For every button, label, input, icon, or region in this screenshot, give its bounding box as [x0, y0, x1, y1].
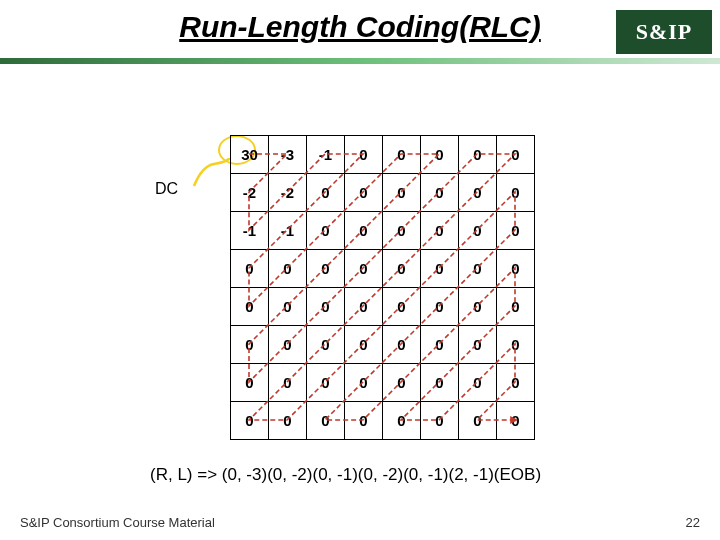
- cell-4-2: 0: [307, 288, 345, 326]
- cell-3-6: 0: [459, 250, 497, 288]
- cell-3-7: 0: [497, 250, 535, 288]
- cell-2-7: 0: [497, 212, 535, 250]
- cell-0-7: 0: [497, 136, 535, 174]
- cell-3-3: 0: [345, 250, 383, 288]
- cell-1-4: 0: [383, 174, 421, 212]
- page-title: Run-Length Coding(RLC): [179, 10, 541, 43]
- cell-4-5: 0: [421, 288, 459, 326]
- cell-2-3: 0: [345, 212, 383, 250]
- cell-0-4: 0: [383, 136, 421, 174]
- cell-1-5: 0: [421, 174, 459, 212]
- logo-text: S&IP: [636, 19, 693, 45]
- cell-7-7: 0: [497, 402, 535, 440]
- cell-0-6: 0: [459, 136, 497, 174]
- cell-5-0: 0: [231, 326, 269, 364]
- cell-4-4: 0: [383, 288, 421, 326]
- cell-6-1: 0: [269, 364, 307, 402]
- dc-label: DC: [155, 180, 178, 198]
- cell-7-5: 0: [421, 402, 459, 440]
- cell-5-2: 0: [307, 326, 345, 364]
- cell-4-0: 0: [231, 288, 269, 326]
- cell-6-4: 0: [383, 364, 421, 402]
- cell-5-3: 0: [345, 326, 383, 364]
- cell-6-2: 0: [307, 364, 345, 402]
- cell-3-0: 0: [231, 250, 269, 288]
- cell-4-7: 0: [497, 288, 535, 326]
- dc-pointer-line: [192, 158, 232, 188]
- cell-7-4: 0: [383, 402, 421, 440]
- rl-encoding-text: (R, L) => (0, -3)(0, -2)(0, -1)(0, -2)(0…: [150, 465, 541, 485]
- cell-3-5: 0: [421, 250, 459, 288]
- logo-box: S&IP: [614, 8, 714, 56]
- cell-6-5: 0: [421, 364, 459, 402]
- cell-0-2: -1: [307, 136, 345, 174]
- cell-3-2: 0: [307, 250, 345, 288]
- cell-2-2: 0: [307, 212, 345, 250]
- cell-6-3: 0: [345, 364, 383, 402]
- cell-2-6: 0: [459, 212, 497, 250]
- cell-7-3: 0: [345, 402, 383, 440]
- cell-5-1: 0: [269, 326, 307, 364]
- cell-5-6: 0: [459, 326, 497, 364]
- cell-1-0: -2: [231, 174, 269, 212]
- cell-2-5: 0: [421, 212, 459, 250]
- cell-0-5: 0: [421, 136, 459, 174]
- cell-0-1: -3: [269, 136, 307, 174]
- cell-7-2: 0: [307, 402, 345, 440]
- cell-2-1: -1: [269, 212, 307, 250]
- cell-2-0: -1: [231, 212, 269, 250]
- cell-3-1: 0: [269, 250, 307, 288]
- cell-6-6: 0: [459, 364, 497, 402]
- cell-4-3: 0: [345, 288, 383, 326]
- cell-1-1: -2: [269, 174, 307, 212]
- cell-1-6: 0: [459, 174, 497, 212]
- cell-1-2: 0: [307, 174, 345, 212]
- cell-1-7: 0: [497, 174, 535, 212]
- page-number: 22: [686, 515, 700, 530]
- cell-1-3: 0: [345, 174, 383, 212]
- matrix-container: 30-3-100000-2-2000000-1-1000000000000000…: [230, 135, 534, 440]
- cell-5-5: 0: [421, 326, 459, 364]
- cell-0-0: 30: [231, 136, 269, 174]
- cell-7-6: 0: [459, 402, 497, 440]
- cell-6-7: 0: [497, 364, 535, 402]
- cell-5-4: 0: [383, 326, 421, 364]
- coefficient-matrix: 30-3-100000-2-2000000-1-1000000000000000…: [230, 135, 535, 440]
- cell-4-1: 0: [269, 288, 307, 326]
- cell-4-6: 0: [459, 288, 497, 326]
- title-divider: [0, 58, 720, 64]
- cell-6-0: 0: [231, 364, 269, 402]
- cell-5-7: 0: [497, 326, 535, 364]
- footer-text: S&IP Consortium Course Material: [20, 515, 215, 530]
- cell-0-3: 0: [345, 136, 383, 174]
- cell-7-0: 0: [231, 402, 269, 440]
- cell-3-4: 0: [383, 250, 421, 288]
- cell-7-1: 0: [269, 402, 307, 440]
- cell-2-4: 0: [383, 212, 421, 250]
